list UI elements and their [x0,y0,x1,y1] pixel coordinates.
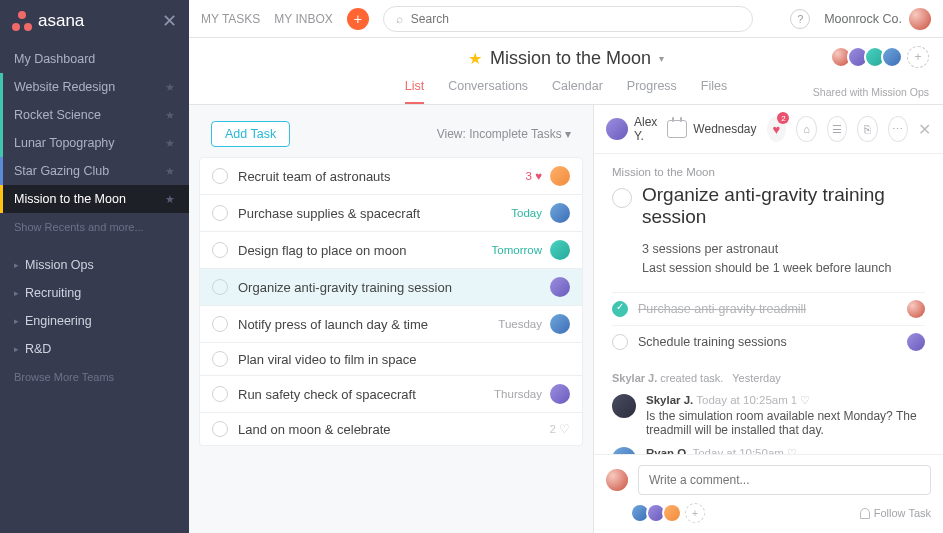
sidebar-collapse-icon[interactable]: ✕ [162,10,177,32]
assignee-avatar [550,277,570,297]
complete-checkbox[interactable] [212,351,228,367]
comment: Skylar J. Today at 10:25am 1 ♡Is the sim… [612,394,925,437]
nav-my-inbox[interactable]: MY INBOX [274,12,332,26]
sidebar-team-item[interactable]: ▸Mission Ops [0,251,189,279]
close-detail-icon[interactable]: ✕ [918,120,931,139]
subtask-icon[interactable]: ☰ [827,116,847,142]
tab-list[interactable]: List [405,79,424,104]
add-task-button[interactable]: Add Task [211,121,290,147]
project-title[interactable]: ★ Mission to the Moon ▾ [468,48,664,69]
task-row[interactable]: Design flag to place on moonTomorrow [199,232,583,269]
favorite-star-icon[interactable]: ★ [165,109,175,122]
tab-calendar[interactable]: Calendar [552,79,603,104]
complete-checkbox[interactable] [212,242,228,258]
task-row[interactable]: Purchase supplies & spacecraftToday [199,195,583,232]
comment-text: Is the simulation room available next Mo… [646,409,925,437]
comment-author: Ryan O. [646,447,689,455]
chevron-down-icon[interactable]: ▾ [659,53,664,64]
sidebar-my-dashboard[interactable]: My Dashboard [0,42,189,73]
task-row[interactable]: Plan viral video to film in space [199,343,583,376]
comment-input[interactable] [638,465,931,495]
star-icon[interactable]: ★ [468,49,482,68]
current-user-avatar [909,8,931,30]
sidebar-team-item[interactable]: ▸Engineering [0,307,189,335]
subtask-row[interactable]: Schedule training sessions [612,325,925,358]
nav-my-tasks[interactable]: MY TASKS [201,12,260,26]
search-input[interactable] [411,12,740,26]
tab-conversations[interactable]: Conversations [448,79,528,104]
assignee-name: Alex Y. [634,115,657,143]
complete-checkbox[interactable] [612,334,628,350]
complete-checkbox[interactable] [212,205,228,221]
browse-teams-link[interactable]: Browse More Teams [0,363,189,391]
global-add-button[interactable]: + [347,8,369,30]
complete-checkbox[interactable] [612,301,628,317]
assignee-field[interactable]: Alex Y. [606,115,657,143]
member-avatar[interactable] [881,46,903,68]
view-filter-label: View: Incomplete Tasks [437,127,562,141]
commenter-avatar [612,447,636,455]
chevron-right-icon: ▸ [14,344,19,354]
favorite-star-icon[interactable]: ★ [165,193,175,206]
complete-checkbox[interactable] [212,316,228,332]
view-filter-dropdown[interactable]: View: Incomplete Tasks ▾ [437,127,571,141]
add-member-button[interactable]: + [907,46,929,68]
search-box[interactable]: ⌕ [383,6,753,32]
due-badge: Thursday [494,388,542,400]
tab-files[interactable]: Files [701,79,727,104]
task-name: Plan viral video to film in space [238,352,560,367]
favorite-star-icon[interactable]: ★ [165,137,175,150]
task-name: Purchase supplies & spacecraft [238,206,501,221]
workspace-menu[interactable]: Moonrock Co. [824,8,931,30]
sidebar-project-item[interactable]: Mission to the Moon★ [0,185,189,213]
current-user-avatar [606,469,628,491]
sidebar-project-item[interactable]: Star Gazing Club★ [0,157,189,185]
follow-task-button[interactable]: Follow Task [860,507,931,519]
task-row[interactable]: Recruit team of astronauts3 ♥ [199,157,583,195]
sidebar-project-item[interactable]: Rocket Science★ [0,101,189,129]
like-count: 2 [777,112,789,124]
task-name: Organize anti-gravity training session [238,280,540,295]
favorite-star-icon[interactable]: ★ [165,165,175,178]
task-name: Run safety check of spacecraft [238,387,484,402]
task-row[interactable]: Land on moon & celebrate2 ♡ [199,413,583,446]
sidebar-team-item[interactable]: ▸Recruiting [0,279,189,307]
more-actions-icon[interactable]: ⋯ [888,116,908,142]
assignee-avatar [550,203,570,223]
team-label: R&D [25,342,51,356]
sidebar-project-item[interactable]: Lunar Topography★ [0,129,189,157]
help-icon[interactable]: ? [790,9,810,29]
commenter-avatar [612,394,636,418]
like-button[interactable]: ♥2 [767,116,787,142]
attachment-icon[interactable]: ⎘ [857,116,877,142]
sidebar-project-item[interactable]: Website Redesign★ [0,73,189,101]
tags-icon[interactable]: ⌂ [796,116,816,142]
due-date-field[interactable]: Wednesday [667,120,756,138]
add-follower-button[interactable]: + [685,503,705,523]
sidebar: asana ✕ My Dashboard Website Redesign★Ro… [0,0,189,533]
complete-checkbox[interactable] [212,168,228,184]
logo[interactable]: asana [12,11,162,31]
show-recents-link[interactable]: Show Recents and more... [0,213,189,241]
task-title[interactable]: Organize anti-gravity training session [642,184,925,228]
chevron-down-icon: ▾ [565,127,571,141]
task-row[interactable]: Organize anti-gravity training session [199,269,583,306]
complete-checkbox[interactable] [212,421,228,437]
like-button[interactable]: ♡ [787,447,797,455]
subtask-row[interactable]: Purchase anti-gravity treadmill [612,292,925,325]
tab-progress[interactable]: Progress [627,79,677,104]
complete-task-checkbox[interactable] [612,188,632,208]
follower-avatar[interactable] [662,503,682,523]
complete-checkbox[interactable] [212,386,228,402]
project-breadcrumb[interactable]: Mission to the Moon [612,166,925,178]
task-row[interactable]: Notify press of launch day & timeTuesday [199,306,583,343]
like-count[interactable]: 1 ♡ [791,394,810,406]
complete-checkbox[interactable] [212,279,228,295]
task-description[interactable]: 3 sessions per astronaut Last session sh… [642,240,925,278]
task-row[interactable]: Run safety check of spacecraftThursday [199,376,583,413]
comment-time: Today at 10:50am [692,447,783,455]
favorite-star-icon[interactable]: ★ [165,81,175,94]
assignee-avatar [907,333,925,351]
sidebar-team-item[interactable]: ▸R&D [0,335,189,363]
chevron-right-icon: ▸ [14,288,19,298]
